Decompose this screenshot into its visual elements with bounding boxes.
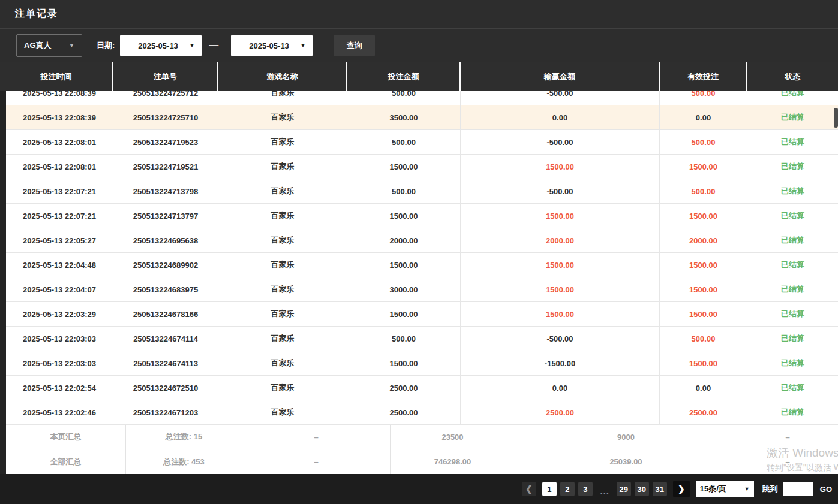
cell-win-amount: -500.00 <box>461 130 660 154</box>
page-button[interactable]: 31 <box>653 482 667 496</box>
table-body: 2025-05-13 22:08:39250513224725712百家乐500… <box>6 91 838 425</box>
cell-valid-bet: 2000.00 <box>660 228 747 252</box>
cell-order-id: 250513224719521 <box>113 155 218 179</box>
table-row[interactable]: 2025-05-13 22:02:46250513224671203百家乐250… <box>6 400 838 425</box>
column-header: 投注时间 <box>0 62 113 91</box>
table-row[interactable]: 2025-05-13 22:07:21250513224713798百家乐500… <box>6 179 838 204</box>
table-row[interactable]: 2025-05-13 22:08:39250513224725712百家乐500… <box>6 91 838 105</box>
cell-win-amount: -500.00 <box>461 91 660 105</box>
page-button[interactable]: 1 <box>542 482 557 496</box>
column-header: 有效投注 <box>660 62 747 91</box>
cell-status: 已结算 <box>747 179 838 203</box>
cell-bet-amount: 500.00 <box>347 91 461 105</box>
page-button[interactable]: 2 <box>560 482 575 496</box>
cell-win-amount: 1500.00 <box>461 302 660 326</box>
cell-win-amount: 1500.00 <box>461 253 660 277</box>
table-row[interactable]: 2025-05-13 22:08:01250513224719523百家乐500… <box>6 130 838 155</box>
date-label: 日期: <box>97 40 115 51</box>
go-button[interactable]: GO <box>820 485 832 494</box>
date-to-value: 2025-05-13 <box>249 41 289 50</box>
page-button[interactable]: 30 <box>635 482 649 496</box>
cell-bet-time: 2025-05-13 22:08:01 <box>6 130 113 154</box>
cell-order-id: 250513224725712 <box>113 91 218 105</box>
table-row[interactable]: 2025-05-13 22:04:07250513224683975百家乐300… <box>6 277 838 302</box>
cell-bet-amount: 1500.00 <box>347 253 461 277</box>
cell-win-amount: 2000.00 <box>461 228 660 252</box>
next-page-button[interactable]: ❯ <box>673 481 690 497</box>
cell-status: 已结算 <box>747 228 838 252</box>
cell-bet-time: 2025-05-13 22:08:39 <box>6 91 113 105</box>
table-row[interactable]: 2025-05-13 22:08:39250513224725710百家乐350… <box>6 105 838 130</box>
table-row[interactable]: 2025-05-13 22:08:01250513224719521百家乐150… <box>6 155 838 179</box>
cell-valid-bet: 500.00 <box>660 327 747 351</box>
cell-order-id: 250513224725710 <box>113 105 218 129</box>
cell-bet-amount: 3000.00 <box>347 277 461 301</box>
table-row[interactable]: 2025-05-13 22:02:54250513224672510百家乐250… <box>6 376 838 400</box>
summary-count: 总注数: 453 <box>126 449 242 474</box>
prev-page-button[interactable]: ❮ <box>522 482 536 496</box>
cell-bet-amount: 3500.00 <box>347 105 461 129</box>
jump-page-input[interactable] <box>783 482 813 496</box>
cell-status: 已结算 <box>747 105 838 129</box>
cell-game-name: 百家乐 <box>218 351 347 375</box>
bet-records-page: 注单记录 AG真人 ▼ 日期: 2025-05-13 ▼ — 2025-05-1… <box>0 0 838 504</box>
cell-bet-amount: 500.00 <box>347 327 461 351</box>
date-range-separator: — <box>209 40 218 51</box>
table-row[interactable]: 2025-05-13 22:04:48250513224689902百家乐150… <box>6 253 838 277</box>
cell-game-name: 百家乐 <box>218 253 347 277</box>
cell-bet-amount: 2000.00 <box>347 228 461 252</box>
summary-count: 总注数: 15 <box>126 425 242 449</box>
cell-valid-bet: 1500.00 <box>660 277 747 301</box>
summary-bet-total: 23500 <box>391 425 515 449</box>
date-to-select[interactable]: 2025-05-13 ▼ <box>231 35 313 56</box>
scrollbar-thumb[interactable] <box>834 108 838 128</box>
query-button[interactable]: 查询 <box>334 35 375 56</box>
watermark-line1: 激活 Windows <box>767 445 838 461</box>
cell-valid-bet: 1500.00 <box>660 204 747 228</box>
table-row[interactable]: 2025-05-13 22:03:03250513224674114百家乐500… <box>6 327 838 351</box>
windows-activation-watermark: 激活 Windows 转到"设置"以激活 Windows。 <box>767 445 838 473</box>
cell-bet-amount: 1500.00 <box>347 302 461 326</box>
page-title: 注单记录 <box>15 8 58 20</box>
watermark-line2: 转到"设置"以激活 Windows。 <box>767 463 838 473</box>
date-from-select[interactable]: 2025-05-13 ▼ <box>120 35 202 56</box>
table-row[interactable]: 2025-05-13 22:05:27250513224695638百家乐200… <box>6 228 838 253</box>
date-from-value: 2025-05-13 <box>138 41 178 50</box>
cell-bet-amount: 1500.00 <box>347 351 461 375</box>
cell-bet-amount: 500.00 <box>347 179 461 203</box>
cell-status: 已结算 <box>747 130 838 154</box>
page-size-value: 15条/页 <box>700 484 726 494</box>
cell-status: 已结算 <box>747 277 838 301</box>
filter-bar: AG真人 ▼ 日期: 2025-05-13 ▼ — 2025-05-13 ▼ 查… <box>0 29 838 62</box>
cell-bet-time: 2025-05-13 22:08:01 <box>6 155 113 179</box>
cell-valid-bet: 500.00 <box>660 130 747 154</box>
cell-status: 已结算 <box>747 204 838 228</box>
cell-game-name: 百家乐 <box>218 400 347 424</box>
cell-win-amount: 1500.00 <box>461 155 660 179</box>
summary-win-total: 25039.00 <box>515 449 737 474</box>
table-row[interactable]: 2025-05-13 22:03:29250513224678166百家乐150… <box>6 302 838 327</box>
cell-bet-time: 2025-05-13 22:02:46 <box>6 400 113 424</box>
page-size-select[interactable]: 15条/页 ▼ <box>696 481 754 497</box>
table-row[interactable]: 2025-05-13 22:03:03250513224674113百家乐150… <box>6 351 838 376</box>
cell-bet-time: 2025-05-13 22:07:21 <box>6 179 113 203</box>
cell-valid-bet: 1500.00 <box>660 351 747 375</box>
cell-valid-bet: 0.00 <box>660 105 747 129</box>
summary-win-total: 9000 <box>515 425 737 449</box>
cell-status: 已结算 <box>747 155 838 179</box>
table-row[interactable]: 2025-05-13 22:07:21250513224713797百家乐150… <box>6 204 838 228</box>
cell-bet-amount: 1500.00 <box>347 204 461 228</box>
cell-game-name: 百家乐 <box>218 105 347 129</box>
game-select[interactable]: AG真人 ▼ <box>16 34 82 57</box>
cell-status: 已结算 <box>747 376 838 400</box>
cell-order-id: 250513224671203 <box>113 400 218 424</box>
cell-order-id: 250513224672510 <box>113 376 218 400</box>
chevron-down-icon: ▼ <box>300 43 305 49</box>
cell-bet-amount: 2500.00 <box>347 400 461 424</box>
summary-bet-total: 746298.00 <box>391 449 515 474</box>
page-button[interactable]: 3 <box>578 482 593 496</box>
page-button[interactable]: 29 <box>617 482 631 496</box>
cell-bet-time: 2025-05-13 22:04:07 <box>6 277 113 301</box>
cell-game-name: 百家乐 <box>218 277 347 301</box>
cell-win-amount: -500.00 <box>461 179 660 203</box>
